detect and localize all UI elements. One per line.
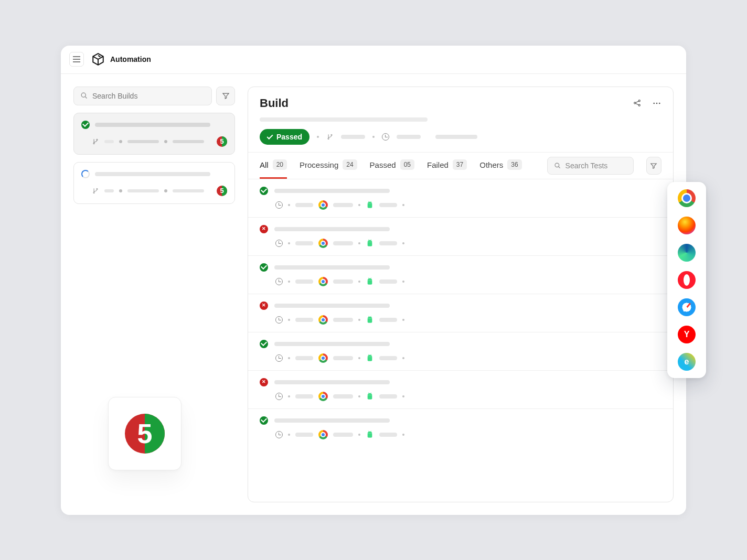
logo: Automation [91, 52, 151, 66]
tab-passed[interactable]: Passed 05 [370, 153, 414, 179]
search-icon [80, 92, 88, 100]
junit5-logo-card: 5 [108, 397, 182, 470]
builds-search-placeholder: Search Builds [92, 92, 137, 100]
test-name-placeholder [274, 380, 390, 384]
builds-search-row: Search Builds [73, 87, 235, 105]
app-window: Automation Search Builds [61, 46, 686, 515]
tab-label: Others [479, 160, 503, 169]
svg-point-1 [634, 102, 636, 104]
share-icon[interactable] [633, 99, 642, 107]
more-icon[interactable] [652, 99, 661, 108]
clock-icon [275, 240, 283, 247]
tab-failed[interactable]: Failed 37 [427, 153, 467, 179]
test-name-placeholder [274, 189, 390, 193]
svg-point-5 [656, 102, 658, 104]
firefox-icon[interactable] [678, 217, 696, 234]
panel-header: Build Passed [248, 87, 673, 152]
test-row[interactable] [248, 409, 673, 447]
chrome-icon [318, 315, 328, 325]
clock-icon [275, 354, 283, 362]
svg-point-4 [653, 102, 655, 104]
android-icon [366, 354, 374, 362]
test-row[interactable] [248, 294, 673, 332]
yandex-icon[interactable]: Y [678, 326, 696, 343]
main-panel: Build Passed [248, 87, 674, 502]
hamburger-icon [73, 56, 80, 62]
tests-search-placeholder: Search Tests [565, 161, 608, 170]
svg-point-3 [638, 104, 640, 106]
clock-icon [275, 393, 283, 400]
tabs: All 20 Processing 24 Passed 05 Failed 37… [248, 152, 673, 179]
ie-icon[interactable]: e [678, 353, 696, 371]
status-passed-icon [260, 340, 268, 348]
chrome-icon[interactable] [678, 189, 696, 207]
clock-icon [382, 133, 389, 141]
clock-icon [275, 201, 283, 209]
test-row[interactable] [248, 179, 673, 218]
status-pill: Passed [260, 129, 310, 145]
clock-icon [275, 316, 283, 324]
android-icon [366, 239, 374, 247]
builds-filter-button[interactable] [216, 87, 235, 105]
build-card[interactable]: 5 [73, 113, 235, 155]
edge-icon[interactable] [678, 244, 696, 262]
chrome-icon [318, 239, 328, 248]
status-failed-icon [260, 301, 268, 310]
chrome-icon [318, 200, 328, 210]
build-card[interactable]: 5 [73, 162, 235, 204]
tab-count: 36 [507, 159, 521, 170]
android-icon [366, 201, 374, 209]
build-name-placeholder [95, 123, 210, 127]
tab-count: 24 [343, 159, 357, 170]
test-row[interactable] [248, 332, 673, 371]
status-passed-icon [260, 187, 268, 195]
check-icon [266, 133, 273, 139]
opera-icon[interactable] [678, 271, 696, 289]
browser-panel: Y e [667, 182, 706, 378]
status-passed-icon [260, 416, 268, 425]
status-failed-icon [260, 225, 268, 233]
tab-count: 37 [453, 159, 467, 170]
tab-others[interactable]: Others 36 [479, 153, 521, 179]
test-row[interactable] [248, 218, 673, 256]
logo-icon [91, 52, 105, 66]
panel-title: Build [260, 96, 633, 110]
status-processing-icon [81, 170, 90, 178]
branch-icon [326, 133, 334, 141]
clock-icon [275, 278, 283, 285]
tests-search-input[interactable]: Search Tests [547, 157, 634, 175]
menu-button[interactable] [69, 52, 84, 67]
branch-icon [92, 187, 99, 195]
builds-search-input[interactable]: Search Builds [73, 87, 212, 105]
tests-filter-button[interactable] [646, 157, 661, 175]
safari-icon[interactable] [678, 298, 696, 316]
tab-label: Processing [300, 160, 338, 169]
build-name-placeholder [95, 172, 210, 176]
android-icon [366, 277, 374, 286]
chrome-icon [318, 392, 328, 401]
android-icon [366, 392, 374, 401]
android-icon [366, 430, 374, 439]
junit5-logo-icon: 5 [125, 414, 165, 454]
chrome-icon [318, 430, 328, 439]
junit5-badge-icon: 5 [217, 136, 227, 147]
junit5-badge-icon: 5 [217, 186, 227, 196]
tab-count: 20 [273, 159, 287, 170]
android-icon [366, 316, 374, 324]
tab-label: Passed [370, 160, 396, 169]
svg-point-7 [555, 163, 559, 167]
header: Automation [61, 46, 686, 74]
test-name-placeholder [274, 342, 390, 346]
tab-all[interactable]: All 20 [260, 153, 287, 179]
test-name-placeholder [274, 304, 390, 308]
search-icon [554, 162, 561, 169]
test-row[interactable] [248, 371, 673, 409]
chrome-icon [318, 353, 328, 363]
test-row[interactable] [248, 256, 673, 294]
svg-point-6 [659, 102, 660, 104]
test-name-placeholder [274, 265, 390, 270]
tab-processing[interactable]: Processing 24 [300, 153, 357, 179]
test-name-placeholder [274, 418, 390, 423]
status-failed-icon [260, 378, 268, 386]
branch-icon [92, 138, 99, 145]
